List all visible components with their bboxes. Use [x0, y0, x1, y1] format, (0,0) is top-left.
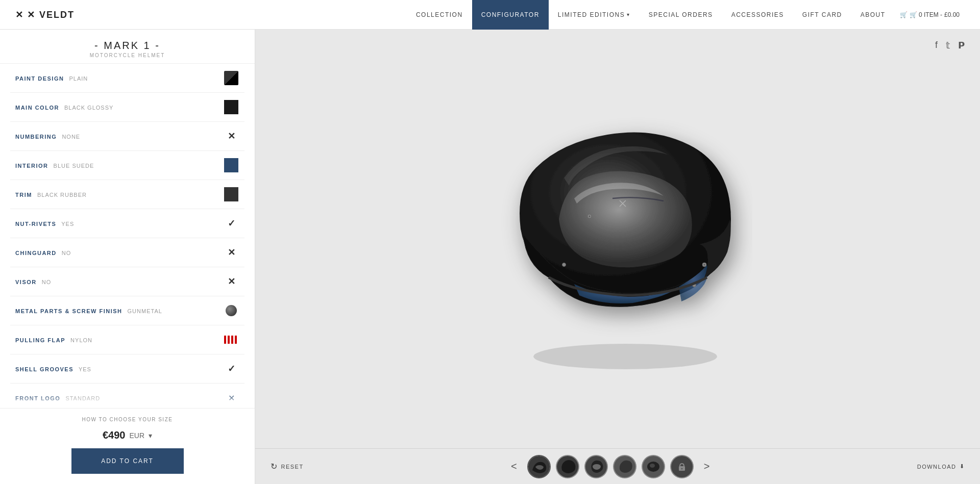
config-label: METAL PARTS & SCREW FINISH [15, 308, 122, 314]
view-thumb-detail[interactable] [670, 455, 694, 478]
config-label: NUMBERING [15, 134, 57, 140]
config-indicator: ✕ [223, 128, 239, 144]
config-label: TRIM [15, 192, 32, 198]
price-amount: €490 [103, 429, 126, 441]
social-icons: f 𝕥 𝗣 [935, 40, 965, 51]
pinterest-icon[interactable]: 𝗣 [958, 40, 965, 51]
config-label: MAIN COLOR [15, 105, 59, 111]
config-list: PAINT DESIGN PLAINMAIN COLOR BLACK GLOSS… [0, 64, 255, 408]
panel-header: - MARK 1 - MOTORCYCLE HELMET [0, 30, 255, 64]
download-label: DOWNLOAD [917, 464, 957, 470]
reset-button[interactable]: ↻ RESET [271, 462, 304, 471]
download-icon: ⬇ [960, 463, 965, 470]
price-row: €490 EUR ▾ [10, 429, 244, 441]
facebook-icon[interactable]: f [935, 40, 938, 51]
nav-special-orders[interactable]: SPECIAL ORDERS [640, 0, 722, 30]
cart-price: £0.00 [944, 11, 960, 18]
config-value: PLAIN [67, 75, 88, 82]
config-value: NONE [60, 134, 80, 140]
helmet-viewer: f 𝕥 𝗣 [255, 30, 980, 448]
logo-text: ✕ VELDT [27, 9, 75, 20]
config-row[interactable]: METAL PARTS & SCREW FINISH GUNMETAL [10, 296, 244, 325]
config-row[interactable]: VISOR NO✕ [10, 267, 244, 296]
helmet-3d-view [464, 86, 771, 392]
svg-point-18 [681, 468, 682, 469]
config-value: BLACK GLOSSY [62, 105, 113, 111]
config-value: BLUE SUEDE [52, 163, 94, 169]
config-row[interactable]: NUMBERING NONE✕ [10, 122, 244, 151]
config-value: NO [40, 279, 52, 285]
logo-icon: ✕ [15, 9, 24, 20]
view-thumb-left[interactable] [556, 455, 579, 478]
cart-label: 🛒 0 ITEM - [910, 11, 942, 18]
config-row[interactable]: PULLING FLAP NYLON [10, 325, 244, 354]
config-indicator: ✓ [223, 361, 239, 377]
reset-label: RESET [281, 464, 304, 470]
nav-gift-card[interactable]: GIFT CARD [793, 0, 851, 30]
size-guide-link[interactable]: HOW TO CHOOSE YOUR SIZE [10, 417, 244, 422]
price-dropdown-icon[interactable]: ▾ [149, 431, 152, 440]
config-indicator: ✕ [223, 244, 239, 261]
config-indicator [223, 99, 239, 115]
config-indicator [223, 157, 239, 173]
config-row[interactable]: FRONT LOGO STANDARD✕ [10, 384, 244, 408]
cart-icon: 🛒 [900, 11, 908, 18]
config-label: CHINGUARD [15, 250, 57, 256]
config-label: VISOR [15, 279, 37, 285]
config-indicator [223, 302, 239, 319]
view-controls: < [314, 455, 907, 478]
config-row[interactable]: NUT-RIVETS YES✓ [10, 209, 244, 238]
logo[interactable]: ✕ ✕ VELDT [15, 9, 75, 20]
view-next-button[interactable]: > [699, 461, 715, 472]
nav-limited-editions[interactable]: LIMITED EDITIONS ▾ [549, 0, 640, 30]
config-indicator: ✕ [223, 390, 239, 406]
svg-point-4 [589, 215, 591, 217]
config-row[interactable]: TRIM BLACK RUBBER [10, 180, 244, 209]
nav-about[interactable]: ABOUT [851, 0, 895, 30]
svg-point-6 [704, 264, 705, 265]
nav-cart[interactable]: 🛒 🛒 0 ITEM - £0.00 [895, 11, 965, 18]
config-row[interactable]: INTERIOR BLUE SUEDE [10, 151, 244, 180]
price-currency: EUR [129, 431, 144, 440]
svg-point-8 [562, 263, 566, 266]
left-panel: - MARK 1 - MOTORCYCLE HELMET PAINT DESIG… [0, 30, 255, 484]
helmet-subtitle: MOTORCYCLE HELMET [0, 53, 255, 58]
add-to-cart-button[interactable]: ADD TO CART [71, 448, 184, 474]
view-thumb-front[interactable] [584, 455, 608, 478]
chevron-down-icon: ▾ [627, 12, 630, 17]
view-prev-button[interactable]: < [506, 461, 522, 472]
config-row[interactable]: PAINT DESIGN PLAIN [10, 64, 244, 93]
config-value: GUNMETAL [126, 308, 162, 314]
view-thumb-front-left[interactable] [527, 455, 551, 478]
svg-point-15 [650, 464, 655, 468]
navbar: ✕ ✕ VELDT COLLECTION CONFIGURATOR LIMITE… [0, 0, 980, 30]
view-thumb-top[interactable] [642, 455, 665, 478]
config-indicator [223, 332, 239, 348]
config-label: PULLING FLAP [15, 337, 65, 343]
config-indicator: ✓ [223, 215, 239, 232]
config-row[interactable]: CHINGUARD NO✕ [10, 238, 244, 267]
nav-configurator[interactable]: CONFIGURATOR [472, 0, 549, 30]
bottom-bar: ↻ RESET < [255, 448, 980, 484]
config-row[interactable]: SHELL GROOVES YES✓ [10, 354, 244, 384]
config-label: INTERIOR [15, 163, 48, 169]
nav-accessories[interactable]: ACCESSORIES [722, 0, 793, 30]
config-value: NYLON [68, 337, 92, 343]
helmet-title: - MARK 1 - [0, 40, 255, 52]
reset-icon: ↻ [271, 462, 278, 471]
panel-bottom: HOW TO CHOOSE YOUR SIZE €490 EUR ▾ ADD T… [0, 408, 255, 484]
config-indicator [223, 186, 239, 202]
view-thumb-back[interactable] [613, 455, 636, 478]
config-indicator: ✕ [223, 273, 239, 290]
config-label: SHELL GROOVES [15, 366, 74, 372]
right-panel: f 𝕥 𝗣 [255, 30, 980, 484]
config-row[interactable]: MAIN COLOR BLACK GLOSSY [10, 93, 244, 122]
config-label: FRONT LOGO [15, 395, 60, 401]
config-value: BLACK RUBBER [35, 192, 87, 198]
config-list-wrapper: PAINT DESIGN PLAINMAIN COLOR BLACK GLOSS… [0, 64, 255, 408]
download-button[interactable]: DOWNLOAD ⬇ [917, 463, 965, 470]
twitter-icon[interactable]: 𝕥 [946, 40, 950, 51]
nav-collection[interactable]: COLLECTION [407, 0, 472, 30]
config-value: YES [59, 221, 74, 227]
config-value: STANDARD [63, 395, 100, 401]
